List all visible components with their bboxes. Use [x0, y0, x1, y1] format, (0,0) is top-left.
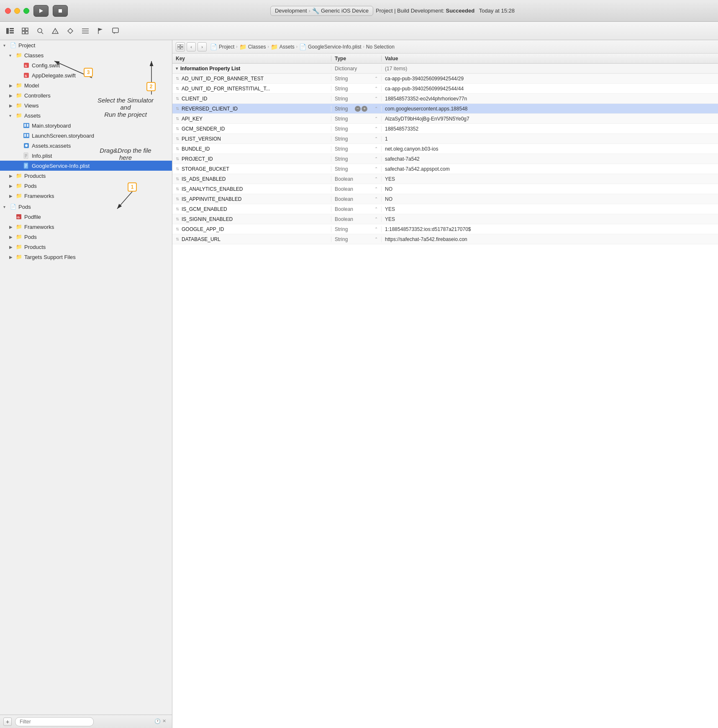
type-dropdown-2[interactable]: ⌃ — [374, 96, 378, 101]
table-row[interactable]: ⇅ AD_UNIT_ID_FOR_INTERSTITIAL_T... Strin… — [172, 84, 718, 94]
type-dropdown-11[interactable]: ⌃ — [374, 187, 378, 191]
podfile-icon: rb — [15, 213, 23, 220]
plist-root-row[interactable]: ▾ Information Property List Dictionary (… — [172, 64, 718, 74]
table-row[interactable]: ⇅ IS_SIGNIN_ENABLED Boolean ⌃ YES — [172, 214, 718, 224]
breadcrumb-forward-button[interactable]: › — [197, 42, 207, 51]
table-row[interactable]: ⇅ PLIST_VERSION String ⌃ 1 — [172, 134, 718, 144]
type-dropdown-9[interactable]: ⌃ — [374, 167, 378, 171]
breadcrumb-grid-button[interactable] — [176, 42, 185, 51]
sidebar-item-googleservice[interactable]: GoogleService-Info.plist — [0, 161, 172, 171]
sidebar-item-views[interactable]: ▶ 📁 Views — [0, 100, 172, 110]
table-row[interactable]: ⇅ PROJECT_ID String ⌃ safechat-7a542 — [172, 154, 718, 164]
list-view-button[interactable] — [79, 25, 92, 37]
sidebar-item-targets[interactable]: ▶ 📁 Targets Support Files — [0, 252, 172, 262]
shape-button[interactable] — [64, 25, 77, 37]
sidebar-item-frameworks2[interactable]: ▶ 📁 Frameworks — [0, 222, 172, 232]
type-dropdown-1[interactable]: ⌃ — [374, 86, 378, 91]
table-row[interactable]: ⇅ IS_ANALYTICS_ENABLED Boolean ⌃ NO — [172, 184, 718, 194]
sidebar-item-launchscreen[interactable]: LaunchScreen.storyboard — [0, 131, 172, 141]
breadcrumb-back-button[interactable]: ‹ — [187, 42, 196, 51]
table-row[interactable]: ⇅ AD_UNIT_ID_FOR_BANNER_TEST String ⌃ ca… — [172, 74, 718, 84]
sidebar-item-products2[interactable]: ▶ 📁 Products — [0, 242, 172, 252]
bc-project[interactable]: 📄 Project — [210, 44, 234, 50]
stop-button[interactable] — [53, 5, 68, 17]
table-row[interactable]: ⇅ CLIENT_ID String ⌃ 188548573352-eo2vl4… — [172, 94, 718, 104]
sidebar-item-project[interactable]: ▾ 📄 Project — [0, 40, 172, 50]
table-row[interactable]: ⇅ BUNDLE_ID String ⌃ net.oleg.canyon.b03… — [172, 144, 718, 154]
controllers-label: Controllers — [24, 92, 51, 99]
views-folder-icon: 📁 — [15, 102, 23, 109]
add-file-button[interactable]: + — [3, 718, 12, 726]
sidebar-item-infoplist[interactable]: Info.plist — [0, 151, 172, 161]
table-row[interactable]: ⇅ API_KEY String ⌃ AlzaSyDT9bH4ojBg-EnV9… — [172, 114, 718, 124]
sidebar-item-controllers[interactable]: ▶ 📁 Controllers — [0, 90, 172, 100]
row-type-14: Boolean ⌃ — [331, 216, 382, 222]
sidebar-item-assets[interactable]: ▾ 📁 Assets — [0, 110, 172, 120]
table-row[interactable]: ⇅ GCM_SENDER_ID String ⌃ 188548573352 — [172, 124, 718, 134]
controllers-folder-icon: 📁 — [15, 92, 23, 99]
chat-button[interactable] — [109, 25, 122, 37]
table-row-highlighted[interactable]: ⇅ REVERSED_CLIENT_ID String − + ⌃ com.go… — [172, 104, 718, 114]
sidebar-item-xcassets[interactable]: Assets.xcassets — [0, 141, 172, 151]
bc-classes[interactable]: 📁 Classes — [239, 44, 266, 50]
svg-rect-8 — [22, 31, 25, 34]
close-button[interactable] — [5, 8, 11, 14]
arrow-pods1: ▶ — [9, 184, 15, 188]
warning-button[interactable]: ! — [49, 25, 62, 37]
sidebar-item-mainstoryboard[interactable]: Main.storyboard — [0, 120, 172, 131]
table-row[interactable]: ⇅ IS_APPINVITE_ENABLED Boolean ⌃ NO — [172, 194, 718, 204]
type-dropdown-14[interactable]: ⌃ — [374, 217, 378, 221]
table-row[interactable]: ⇅ STORAGE_BUCKET String ⌃ safechat-7a542… — [172, 164, 718, 174]
table-row[interactable]: ⇅ IS_ADS_ENABLED Boolean ⌃ YES — [172, 174, 718, 184]
type-dropdown-16[interactable]: ⌃ — [374, 237, 378, 241]
sidebar-item-pods1[interactable]: ▶ 📁 Pods — [0, 181, 172, 191]
scheme-selector[interactable]: Development › 🔧 Generic iOS Device — [270, 6, 373, 16]
svg-rect-7 — [26, 28, 28, 31]
table-row[interactable]: ⇅ IS_GCM_ENABLED Boolean ⌃ YES — [172, 204, 718, 214]
svg-rect-6 — [22, 28, 25, 31]
sidebar-item-classes[interactable]: ▾ 📁 Classes — [0, 50, 172, 60]
annotation-3: 3 — [84, 68, 93, 77]
type-dropdown-13[interactable]: ⌃ — [374, 207, 378, 211]
bc-googleservice-icon: 📄 — [299, 44, 306, 50]
type-dropdown-0[interactable]: ⌃ — [374, 76, 378, 81]
type-dropdown-8[interactable]: ⌃ — [374, 156, 378, 161]
sidebar-item-pods-root[interactable]: ▾ 📄 Pods — [0, 202, 172, 212]
row-key-8: ⇅ PROJECT_ID — [172, 156, 331, 162]
sidebar-item-products1[interactable]: ▶ 📁 Products — [0, 171, 172, 181]
table-row[interactable]: ⇅ GOOGLE_APP_ID String ⌃ 1:188548573352:… — [172, 224, 718, 234]
launchscreen-icon — [23, 132, 30, 139]
type-dropdown-4[interactable]: ⌃ — [374, 116, 378, 121]
bc-noselection[interactable]: No Selection — [366, 44, 395, 50]
bc-googleservice[interactable]: 📄 GoogleService-Info.plist — [299, 44, 361, 50]
type-dropdown-10[interactable]: ⌃ — [374, 177, 378, 181]
search-button[interactable] — [33, 25, 47, 37]
grid-view-button[interactable] — [18, 25, 32, 37]
type-dropdown-12[interactable]: ⌃ — [374, 197, 378, 201]
navigator-toggle-button[interactable] — [3, 25, 17, 37]
minimize-button[interactable] — [14, 8, 20, 14]
sidebar-item-podfile[interactable]: rb Podfile — [0, 212, 172, 222]
run-button[interactable] — [33, 5, 49, 17]
svg-rect-17 — [113, 28, 118, 33]
row-minus-button[interactable]: − — [355, 106, 361, 112]
row-plus-button[interactable]: + — [362, 106, 367, 112]
type-dropdown-3[interactable]: ⌃ — [374, 106, 378, 111]
pods2-folder-icon: 📁 — [15, 233, 23, 240]
clear-icon[interactable]: ✕ — [162, 718, 166, 724]
type-dropdown-15[interactable]: ⌃ — [374, 227, 378, 231]
arrow-assets: ▾ — [9, 113, 15, 118]
classes-folder-icon: 📁 — [15, 52, 23, 59]
model-folder-icon: 📁 — [15, 82, 23, 89]
bc-assets[interactable]: 📁 Assets — [271, 44, 295, 50]
sidebar-item-pods2[interactable]: ▶ 📁 Pods — [0, 232, 172, 242]
type-dropdown-6[interactable]: ⌃ — [374, 136, 378, 141]
filter-input[interactable] — [15, 717, 94, 726]
row-value-10: YES — [382, 176, 718, 182]
maximize-button[interactable] — [23, 8, 29, 14]
sidebar-item-frameworks1[interactable]: ▶ 📁 Frameworks — [0, 191, 172, 201]
table-row[interactable]: ⇅ DATABASE_URL String ⌃ https://safechat… — [172, 234, 718, 244]
flag-button[interactable] — [94, 25, 107, 37]
type-dropdown-7[interactable]: ⌃ — [374, 146, 378, 151]
type-dropdown-5[interactable]: ⌃ — [374, 126, 378, 131]
